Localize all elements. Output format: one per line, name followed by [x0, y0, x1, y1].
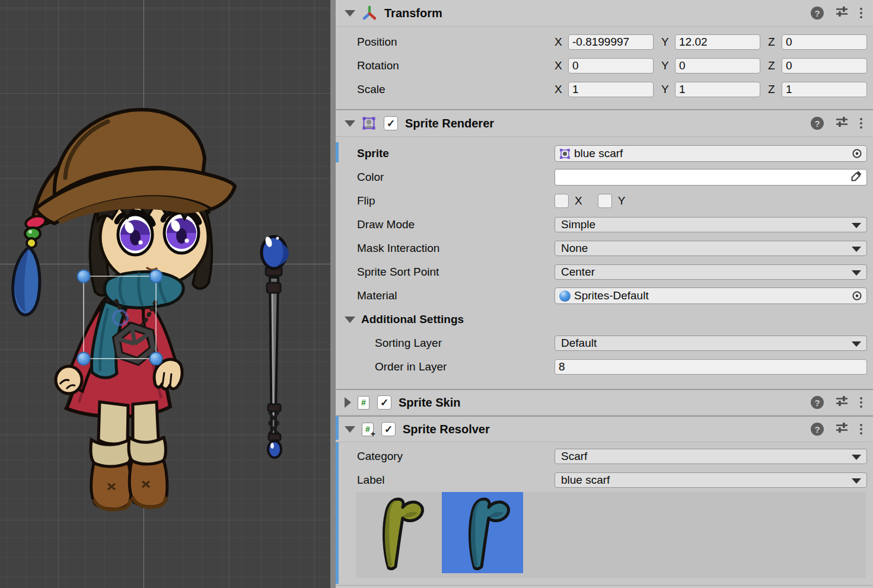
- more-menu-icon[interactable]: [860, 424, 862, 434]
- flip-x-checkbox[interactable]: [555, 194, 569, 208]
- color-swatch[interactable]: [555, 169, 867, 186]
- help-icon[interactable]: ?: [811, 7, 824, 20]
- sprite-sort-point-row: Sprite Sort Point Center: [336, 260, 873, 284]
- scale-z-field[interactable]: [782, 82, 867, 97]
- sprite-label[interactable]: Sprite: [357, 147, 555, 160]
- presets-icon[interactable]: [836, 422, 848, 436]
- dropdown-arrow-icon: [852, 223, 861, 228]
- character-sprite[interactable]: [13, 110, 235, 510]
- scale-label[interactable]: Scale: [357, 83, 555, 96]
- component-title: Sprite Renderer: [405, 117, 494, 130]
- panel-divider[interactable]: [330, 0, 336, 588]
- label-dropdown[interactable]: blue scarf: [555, 472, 867, 488]
- presets-icon[interactable]: [836, 116, 848, 130]
- axis-z-label[interactable]: Z: [768, 83, 782, 96]
- transform-header[interactable]: Transform ?: [336, 0, 873, 27]
- draw-mode-row: Draw Mode Simple: [336, 213, 873, 237]
- position-z-field[interactable]: [782, 34, 867, 50]
- legs: [91, 402, 167, 510]
- scale-x-field[interactable]: [568, 82, 654, 97]
- eyedropper-icon[interactable]: [851, 170, 862, 184]
- help-icon[interactable]: ?: [811, 117, 824, 130]
- axis-x-label[interactable]: X: [555, 59, 568, 72]
- rotation-y-field[interactable]: [675, 58, 760, 74]
- object-picker-icon[interactable]: [852, 290, 862, 301]
- flip-y-label: Y: [618, 194, 626, 207]
- component-enabled-checkbox[interactable]: ✓: [384, 116, 398, 130]
- order-in-layer-label[interactable]: Order in Layer: [375, 360, 555, 373]
- sorting-layer-dropdown[interactable]: Default: [555, 335, 867, 351]
- material-value: Sprites-Default: [574, 289, 649, 302]
- rotation-x-field[interactable]: [568, 58, 654, 74]
- component-title: Transform: [384, 7, 442, 20]
- flip-y-checkbox[interactable]: [598, 194, 612, 208]
- position-y-field[interactable]: [675, 34, 760, 50]
- order-in-layer-field[interactable]: [555, 359, 867, 375]
- sprite-thumbnail-green-scarf[interactable]: [356, 492, 437, 573]
- material-row: Material Sprites-Default: [336, 284, 873, 308]
- sorting-layer-value: Default: [561, 337, 597, 350]
- more-menu-icon[interactable]: [860, 118, 862, 129]
- material-object-field[interactable]: Sprites-Default: [555, 287, 867, 304]
- override-bar-resolver-body: [336, 442, 339, 584]
- additional-settings-label[interactable]: Additional Settings: [361, 313, 559, 326]
- material-icon: [559, 290, 571, 302]
- sprite-variant-strip: [356, 492, 866, 578]
- foldout-open-icon[interactable]: [345, 426, 355, 433]
- sorting-layer-label[interactable]: Sorting Layer: [375, 337, 555, 350]
- help-icon[interactable]: ?: [811, 396, 824, 409]
- additional-settings-row[interactable]: Additional Settings: [336, 308, 873, 331]
- help-icon[interactable]: ?: [811, 423, 824, 436]
- axis-z-label[interactable]: Z: [768, 36, 782, 49]
- draw-mode-dropdown[interactable]: Simple: [555, 217, 867, 232]
- sprite-thumbnail-blue-scarf-selected[interactable]: [442, 492, 523, 573]
- color-label[interactable]: Color: [357, 171, 555, 184]
- sprite-sort-point-dropdown[interactable]: Center: [555, 264, 867, 280]
- sprite-object-field[interactable]: blue scarf: [555, 145, 867, 162]
- flip-label[interactable]: Flip: [357, 194, 555, 207]
- foldout-closed-icon[interactable]: [345, 397, 351, 408]
- hat-beads: [24, 214, 47, 248]
- material-label[interactable]: Material: [357, 289, 555, 302]
- category-dropdown[interactable]: Scarf: [555, 449, 867, 464]
- presets-icon[interactable]: [836, 395, 848, 410]
- position-x-field[interactable]: [568, 34, 654, 50]
- sprite-sort-point-label[interactable]: Sprite Sort Point: [357, 266, 555, 279]
- label-label[interactable]: Label: [357, 474, 555, 487]
- category-label[interactable]: Category: [357, 450, 555, 463]
- mask-interaction-row: Mask Interaction None: [336, 237, 873, 260]
- sprite-resolver-header[interactable]: #+ ✓ Sprite Resolver ?: [336, 417, 873, 442]
- more-menu-icon[interactable]: [860, 397, 862, 408]
- axis-x-label[interactable]: X: [555, 83, 568, 96]
- color-row: Color: [336, 165, 873, 189]
- axis-y-label[interactable]: Y: [661, 59, 675, 72]
- rotation-label[interactable]: Rotation: [357, 59, 555, 72]
- sprite-skin-header[interactable]: # ✓ Sprite Skin ?: [336, 390, 873, 416]
- sprite-renderer-header[interactable]: ✓ Sprite Renderer ?: [336, 110, 873, 137]
- axis-z-label[interactable]: Z: [768, 59, 782, 72]
- mask-interaction-label[interactable]: Mask Interaction: [357, 242, 555, 255]
- scene-view[interactable]: [0, 0, 330, 588]
- rotation-z-field[interactable]: [782, 58, 867, 74]
- staff-sprite[interactable]: [262, 236, 289, 458]
- position-row: Position X Y Z: [336, 30, 873, 54]
- mask-interaction-dropdown[interactable]: None: [555, 241, 867, 256]
- scale-y-field[interactable]: [675, 82, 760, 97]
- axis-x-label[interactable]: X: [555, 36, 568, 49]
- axis-y-label[interactable]: Y: [661, 36, 675, 49]
- flip-x-label: X: [575, 194, 582, 207]
- category-value: Scarf: [561, 450, 587, 463]
- draw-mode-label[interactable]: Draw Mode: [357, 218, 555, 231]
- more-menu-icon[interactable]: [860, 8, 862, 18]
- foldout-open-icon[interactable]: [345, 10, 355, 17]
- component-enabled-checkbox[interactable]: ✓: [381, 422, 396, 436]
- object-picker-icon[interactable]: [852, 148, 862, 159]
- foldout-open-icon[interactable]: [345, 317, 355, 323]
- presets-icon[interactable]: [836, 6, 848, 20]
- inspector-panel: Transform ? Position X: [336, 0, 873, 588]
- transform-body: Position X Y Z Rotation X Y Z Scale X: [336, 27, 873, 109]
- foldout-open-icon[interactable]: [345, 120, 355, 127]
- component-enabled-checkbox[interactable]: ✓: [377, 395, 391, 410]
- axis-y-label[interactable]: Y: [661, 83, 675, 96]
- position-label[interactable]: Position: [357, 36, 555, 49]
